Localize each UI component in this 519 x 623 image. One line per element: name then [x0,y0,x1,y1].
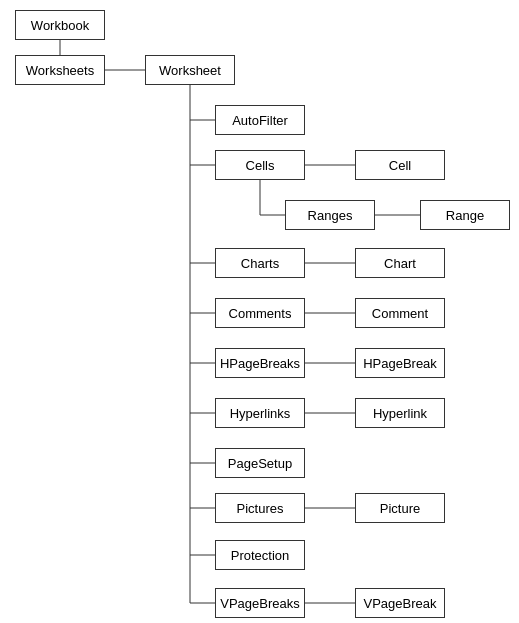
hyperlinks-node: Hyperlinks [215,398,305,428]
workbook-node: Workbook [15,10,105,40]
comments-label: Comments [229,306,292,321]
pagesetup-node: PageSetup [215,448,305,478]
worksheet-node: Worksheet [145,55,235,85]
protection-label: Protection [231,548,290,563]
picture-label: Picture [380,501,420,516]
range-label: Range [446,208,484,223]
vpagebreak-label: VPageBreak [364,596,437,611]
workbook-label: Workbook [31,18,89,33]
autofilter-node: AutoFilter [215,105,305,135]
picture-node: Picture [355,493,445,523]
diagram: Workbook Worksheets Worksheet AutoFilter… [0,0,519,623]
comments-node: Comments [215,298,305,328]
comment-label: Comment [372,306,428,321]
charts-label: Charts [241,256,279,271]
chart-node: Chart [355,248,445,278]
ranges-node: Ranges [285,200,375,230]
hpagebreaks-node: HPageBreaks [215,348,305,378]
ranges-label: Ranges [308,208,353,223]
pictures-node: Pictures [215,493,305,523]
chart-label: Chart [384,256,416,271]
hpagebreak-node: HPageBreak [355,348,445,378]
vpagebreak-node: VPageBreak [355,588,445,618]
cell-node: Cell [355,150,445,180]
comment-node: Comment [355,298,445,328]
cell-label: Cell [389,158,411,173]
worksheets-node: Worksheets [15,55,105,85]
charts-node: Charts [215,248,305,278]
vpagebreaks-label: VPageBreaks [220,596,300,611]
cells-node: Cells [215,150,305,180]
pictures-label: Pictures [237,501,284,516]
worksheets-label: Worksheets [26,63,94,78]
range-node: Range [420,200,510,230]
hyperlinks-label: Hyperlinks [230,406,291,421]
hyperlink-label: Hyperlink [373,406,427,421]
cells-label: Cells [246,158,275,173]
vpagebreaks-node: VPageBreaks [215,588,305,618]
hpagebreaks-label: HPageBreaks [220,356,300,371]
pagesetup-label: PageSetup [228,456,292,471]
hpagebreak-label: HPageBreak [363,356,437,371]
hyperlink-node: Hyperlink [355,398,445,428]
autofilter-label: AutoFilter [232,113,288,128]
worksheet-label: Worksheet [159,63,221,78]
protection-node: Protection [215,540,305,570]
